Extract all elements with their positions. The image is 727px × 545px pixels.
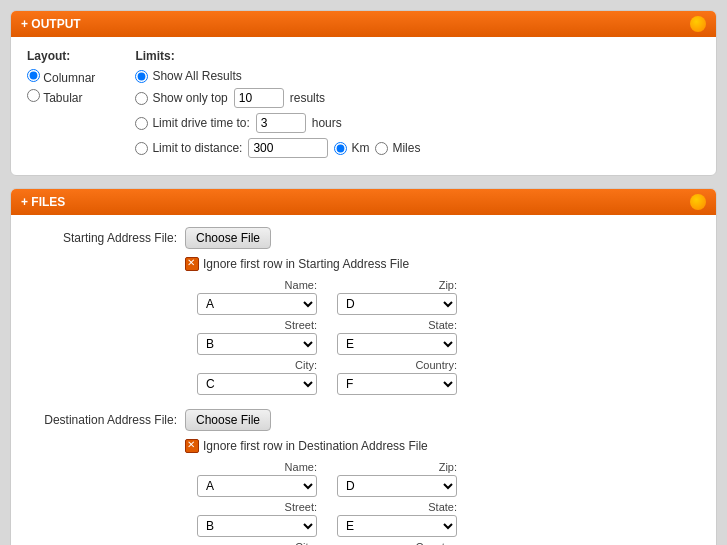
starting-file-row: Starting Address File: Choose File: [27, 227, 700, 249]
tabular-radio[interactable]: [27, 89, 40, 102]
dest-zip-cell: Zip: ABCDEF: [337, 461, 457, 497]
starting-state-label: State:: [337, 319, 457, 331]
output-panel: + OUTPUT Layout: Columnar Tabular Limits…: [10, 10, 717, 176]
dest-street-select[interactable]: ABCDEF: [197, 515, 317, 537]
starting-name-cell: Name: ABCDEF: [197, 279, 317, 315]
dest-state-cell: State: ABCDEF: [337, 501, 457, 537]
dest-street-cell: Street: ABCDEF: [197, 501, 317, 537]
starting-city-select[interactable]: ABCDEF: [197, 373, 317, 395]
miles-label: Miles: [392, 141, 420, 155]
starting-ignore-row: Ignore first row in Starting Address Fil…: [185, 257, 700, 271]
dest-city-label: City:: [197, 541, 317, 545]
show-all-radio[interactable]: [135, 70, 148, 83]
show-top-suffix: results: [290, 91, 325, 105]
limits-section: Limits: Show All Results Show only top r…: [135, 49, 700, 163]
destination-fields-grid: Name: ABCDEF Zip: ABCDEF Street: ABCDEF: [197, 461, 700, 545]
show-all-label[interactable]: Show All Results: [135, 69, 241, 83]
files-title: + FILES: [21, 195, 65, 209]
km-radio[interactable]: [334, 142, 347, 155]
columnar-radio[interactable]: [27, 69, 40, 82]
km-label: Km: [351, 141, 369, 155]
show-top-input[interactable]: [234, 88, 284, 108]
starting-state-select[interactable]: ABCDEF: [337, 333, 457, 355]
show-top-label[interactable]: Show only top: [135, 91, 227, 105]
starting-street-label: Street:: [197, 319, 317, 331]
columnar-radio-label[interactable]: Columnar: [27, 69, 95, 85]
tabular-label: Tabular: [43, 91, 82, 105]
show-top-radio[interactable]: [135, 92, 148, 105]
dest-name-label: Name:: [197, 461, 317, 473]
dest-name-select[interactable]: ABCDEF: [197, 475, 317, 497]
columnar-label: Columnar: [43, 71, 95, 85]
starting-city-label: City:: [197, 359, 317, 371]
starting-city-cell: City: ABCDEF: [197, 359, 317, 395]
limit-drive-input[interactable]: [256, 113, 306, 133]
files-panel-header: + FILES: [11, 189, 716, 215]
destination-file-label: Destination Address File:: [27, 413, 177, 427]
starting-choose-file-button[interactable]: Choose File: [185, 227, 271, 249]
limit-drive-row: Limit drive time to: hours: [135, 113, 700, 133]
starting-country-cell: Country: ABCDEF: [337, 359, 457, 395]
limits-label: Limits:: [135, 49, 700, 63]
limit-drive-text: Limit drive time to:: [152, 116, 249, 130]
output-panel-header: + OUTPUT: [11, 11, 716, 37]
output-title: + OUTPUT: [21, 17, 81, 31]
destination-ignore-checkbox[interactable]: [185, 439, 199, 453]
miles-radio-label[interactable]: Miles: [375, 141, 420, 155]
limit-dist-text: Limit to distance:: [152, 141, 242, 155]
dest-zip-label: Zip:: [337, 461, 457, 473]
show-top-row: Show only top results: [135, 88, 700, 108]
output-grid: Layout: Columnar Tabular Limits: Show Al…: [27, 49, 700, 163]
starting-country-label: Country:: [337, 359, 457, 371]
starting-file-label: Starting Address File:: [27, 231, 177, 245]
limit-drive-suffix: hours: [312, 116, 342, 130]
destination-choose-file-button[interactable]: Choose File: [185, 409, 271, 431]
tabular-radio-label[interactable]: Tabular: [27, 89, 95, 105]
dest-zip-select[interactable]: ABCDEF: [337, 475, 457, 497]
files-panel-body: Starting Address File: Choose File Ignor…: [11, 215, 716, 545]
files-panel-icon: [690, 194, 706, 210]
starting-street-cell: Street: ABCDEF: [197, 319, 317, 355]
starting-country-select[interactable]: ABCDEF: [337, 373, 457, 395]
starting-fields-grid: Name: ABCDEF Zip: ABCDEF Street: ABCDEF: [197, 279, 700, 395]
starting-zip-label: Zip:: [337, 279, 457, 291]
output-panel-body: Layout: Columnar Tabular Limits: Show Al…: [11, 37, 716, 175]
files-panel: + FILES Starting Address File: Choose Fi…: [10, 188, 717, 545]
limit-dist-input[interactable]: [248, 138, 328, 158]
dest-country-cell: Country: ABCDEF: [337, 541, 457, 545]
limit-drive-label[interactable]: Limit drive time to:: [135, 116, 249, 130]
dest-city-cell: City: ABCDEF: [197, 541, 317, 545]
km-radio-label[interactable]: Km: [334, 141, 369, 155]
starting-name-label: Name:: [197, 279, 317, 291]
output-title-text: + OUTPUT: [21, 17, 81, 31]
starting-state-cell: State: ABCDEF: [337, 319, 457, 355]
limit-drive-radio[interactable]: [135, 117, 148, 130]
limit-dist-row: Limit to distance: Km Miles: [135, 138, 700, 158]
miles-radio[interactable]: [375, 142, 388, 155]
starting-ignore-label: Ignore first row in Starting Address Fil…: [203, 257, 409, 271]
files-title-text: + FILES: [21, 195, 65, 209]
dest-state-label: State:: [337, 501, 457, 513]
destination-ignore-label: Ignore first row in Destination Address …: [203, 439, 428, 453]
show-all-row: Show All Results: [135, 69, 700, 83]
destination-file-row: Destination Address File: Choose File: [27, 409, 700, 431]
starting-name-select[interactable]: ABCDEF: [197, 293, 317, 315]
limit-dist-label[interactable]: Limit to distance:: [135, 141, 242, 155]
output-panel-icon: [690, 16, 706, 32]
limit-dist-radio[interactable]: [135, 142, 148, 155]
show-all-text: Show All Results: [152, 69, 241, 83]
starting-zip-select[interactable]: ABCDEF: [337, 293, 457, 315]
starting-ignore-checkbox[interactable]: [185, 257, 199, 271]
dest-country-label: Country:: [337, 541, 457, 545]
layout-label: Layout:: [27, 49, 95, 63]
starting-street-select[interactable]: ABCDEF: [197, 333, 317, 355]
destination-ignore-row: Ignore first row in Destination Address …: [185, 439, 700, 453]
layout-section: Layout: Columnar Tabular: [27, 49, 95, 163]
dest-street-label: Street:: [197, 501, 317, 513]
dest-state-select[interactable]: ABCDEF: [337, 515, 457, 537]
dest-name-cell: Name: ABCDEF: [197, 461, 317, 497]
show-top-text: Show only top: [152, 91, 227, 105]
starting-zip-cell: Zip: ABCDEF: [337, 279, 457, 315]
